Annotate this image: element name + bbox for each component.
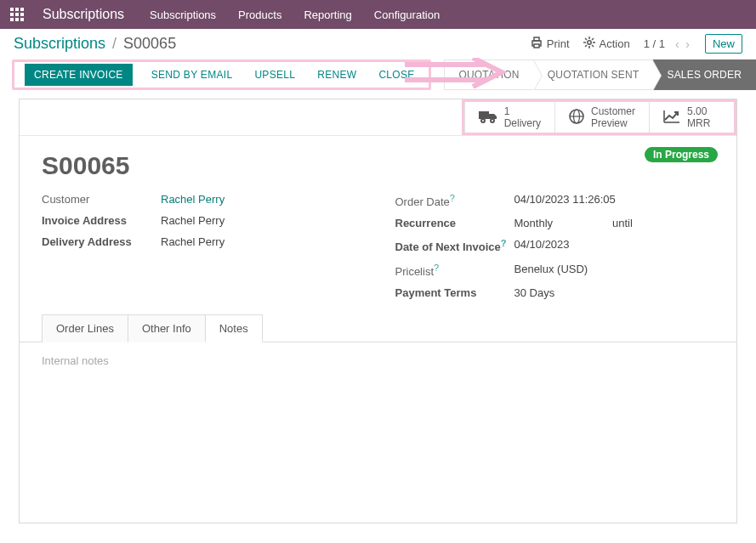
new-button[interactable]: New [705,34,742,54]
status-badge: In Progress [645,147,718,162]
stat-delivery[interactable]: 1Delivery [464,102,554,133]
svg-marker-25 [494,114,497,119]
customer-value[interactable]: Rachel Perry [161,193,361,206]
svg-rect-10 [534,37,539,41]
next-invoice-label: Date of Next Invoice? [395,238,514,253]
svg-rect-4 [15,13,19,16]
truck-icon [479,110,497,126]
create-invoice-button[interactable]: CREATE INVOICE [25,64,133,86]
print-label: Print [547,37,570,50]
pager-text: 1 / 1 [644,37,665,50]
help-icon[interactable]: ? [434,263,439,273]
renew-button[interactable]: RENEW [314,64,360,86]
next-invoice-value[interactable]: 04/10/2023 [514,238,715,251]
svg-rect-24 [489,114,494,119]
chevron-left-icon[interactable]: ‹ [674,37,681,51]
customer-label: Customer [42,193,161,206]
svg-rect-8 [20,18,24,21]
menu-subscriptions[interactable]: Subscriptions [150,8,216,21]
tab-other-info[interactable]: Other Info [128,314,206,342]
help-icon[interactable]: ? [450,193,455,203]
print-button[interactable]: Print [531,37,570,51]
svg-point-26 [481,119,485,122]
stat-buttons-highlight: 1Delivery CustomerPreview 5.00MRR [462,99,736,135]
action-button[interactable]: Action [583,37,630,51]
form-sheet: 1Delivery CustomerPreview 5.00MRR In Pro… [19,99,737,523]
svg-rect-11 [534,44,539,48]
svg-rect-2 [20,8,24,11]
menu-reporting[interactable]: Reporting [304,8,351,21]
pricelist-label: Pricelist? [395,263,514,278]
chevron-right-icon[interactable]: › [684,37,691,51]
internal-notes-input[interactable]: Internal notes [42,354,714,367]
svg-line-18 [592,45,594,47]
svg-rect-0 [10,8,14,11]
breadcrumb: Subscriptions / S00065 [14,35,176,53]
svg-rect-7 [15,18,19,21]
payment-terms-label: Payment Terms [395,286,514,299]
apps-icon[interactable] [10,8,24,21]
menu-configuration[interactable]: Configuration [374,8,440,21]
svg-point-27 [491,119,494,122]
svg-rect-23 [479,111,489,119]
order-date-value: 04/10/2023 11:26:05 [514,193,715,206]
breadcrumb-current: S00065 [123,35,176,53]
gear-icon [583,37,595,51]
chart-line-icon [663,110,680,126]
delivery-address-label: Delivery Address [42,235,161,248]
brand-title: Subscriptions [43,7,124,22]
stage-quotation[interactable]: QUOTATION [444,59,533,90]
stage-quotation-sent[interactable]: QUOTATION SENT [534,59,654,90]
stage-sales-order[interactable]: SALES ORDER [653,59,756,90]
svg-rect-5 [20,13,24,16]
svg-rect-3 [10,13,14,16]
payment-terms-value[interactable]: 30 Days [514,286,715,299]
print-icon [531,37,543,51]
svg-line-19 [592,38,594,40]
stat-mrr[interactable]: 5.00MRR [649,102,734,133]
tab-order-lines[interactable]: Order Lines [42,314,128,342]
recurrence-value[interactable]: Monthlyuntil [514,217,715,229]
svg-rect-1 [15,8,19,11]
close-button[interactable]: CLOSE [375,64,418,86]
svg-point-12 [587,41,590,44]
invoice-address-label: Invoice Address [42,214,161,227]
action-label: Action [600,37,630,50]
breadcrumb-root[interactable]: Subscriptions [14,35,105,53]
action-highlight: CREATE INVOICE SEND BY EMAIL UPSELL RENE… [12,59,431,90]
order-date-label: Order Date? [395,193,514,208]
tab-notes[interactable]: Notes [205,314,263,342]
pricelist-value[interactable]: Benelux (USD) [514,263,715,275]
invoice-address-value[interactable]: Rachel Perry [161,214,361,227]
svg-line-20 [585,45,587,47]
help-icon[interactable]: ? [501,238,507,248]
globe-icon [569,109,584,127]
menu-products[interactable]: Products [238,8,281,21]
svg-rect-6 [10,18,14,21]
svg-line-17 [585,38,587,40]
recurrence-label: Recurrence [395,217,514,229]
record-title: S00065 [20,136,736,185]
upsell-button[interactable]: UPSELL [251,64,298,86]
breadcrumb-sep: / [112,35,117,53]
send-by-email-button[interactable]: SEND BY EMAIL [148,64,236,86]
stat-customer-preview[interactable]: CustomerPreview [554,102,649,133]
delivery-address-value[interactable]: Rachel Perry [161,235,361,248]
